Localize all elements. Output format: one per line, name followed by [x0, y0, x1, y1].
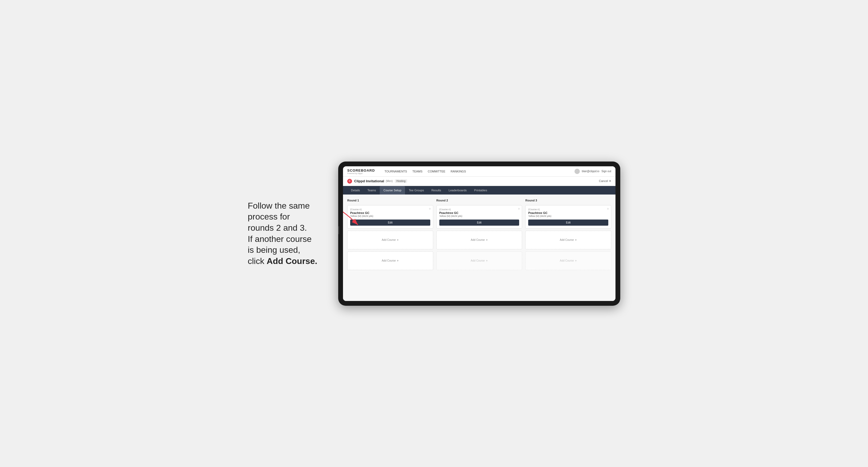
round-1-column: Round 1 (Course A) Peachtree GC Yellow (…	[347, 199, 433, 270]
round-3-plus-icon-2: +	[575, 259, 577, 262]
nav-tournaments[interactable]: TOURNAMENTS	[384, 169, 407, 174]
tab-leaderboards[interactable]: Leaderboards	[445, 186, 470, 194]
instruction-line6-normal: click	[248, 256, 267, 266]
round-2-remove-icon[interactable]: ○	[518, 207, 520, 210]
sign-out-link[interactable]: Sign out	[601, 170, 611, 173]
round-2-title: Round 2	[436, 199, 522, 202]
round-3-add-course-2: Add Course +	[525, 251, 611, 270]
instruction-line3: rounds 2 and 3.	[248, 223, 307, 232]
tablet-side-button	[338, 226, 339, 234]
instruction-line5: is being used,	[248, 245, 300, 255]
brand-name: SCOREBOARD	[347, 168, 375, 173]
round-1-add-course-1[interactable]: Add Course +	[347, 231, 433, 249]
round-1-edit-button[interactable]: Edit	[350, 220, 430, 226]
round-1-plus-icon-2: +	[397, 259, 399, 262]
round-3-add-course-text-1: Add Course	[560, 239, 574, 241]
round-2-edit-button[interactable]: Edit	[439, 220, 519, 226]
round-3-course-label: (Course A)	[528, 208, 608, 211]
sub-header-logo: C	[347, 179, 352, 184]
instruction-text: Follow the same process for rounds 2 and…	[248, 200, 328, 267]
sub-header: C Clippd Invitational (Men) Hosting Canc…	[343, 177, 616, 186]
round-3-add-course-1[interactable]: Add Course +	[525, 231, 611, 249]
cancel-button[interactable]: Cancel ✕	[599, 179, 611, 183]
round-3-course-details: Yellow (M) (6629 yds)	[528, 215, 608, 217]
round-1-plus-icon-1: +	[397, 238, 399, 242]
nav-right: blair@clippd.io Sign out	[575, 169, 611, 174]
tablet-screen: SCOREBOARD Powered by clippd TOURNAMENTS…	[343, 166, 616, 301]
tab-printables[interactable]: Printables	[470, 186, 491, 194]
round-2-column: Round 2 (Course A) Peachtree GC Yellow (…	[436, 199, 522, 270]
round-2-course-label: (Course A)	[439, 208, 519, 211]
instruction-line6-bold: Add Course.	[267, 256, 317, 266]
top-nav: SCOREBOARD Powered by clippd TOURNAMENTS…	[343, 166, 616, 177]
rounds-grid: Round 1 (Course A) Peachtree GC Yellow (…	[347, 199, 611, 270]
round-1-course-details: Yellow (M) (6629 yds)	[350, 215, 430, 217]
round-1-course-label: (Course A)	[350, 208, 430, 211]
round-1-add-course-text-2: Add Course	[381, 259, 396, 262]
round-2-add-course-1[interactable]: Add Course +	[436, 231, 522, 249]
round-2-add-course-2: Add Course +	[436, 251, 522, 270]
round-1-title: Round 1	[347, 199, 433, 202]
round-2-course-card: (Course A) Peachtree GC Yellow (M) (6629…	[436, 205, 522, 228]
round-3-plus-icon-1: +	[575, 238, 577, 242]
tournament-title: Clippd Invitational	[354, 179, 384, 183]
round-2-course-name: Peachtree GC	[439, 211, 519, 215]
tournament-badge: (Men)	[386, 180, 393, 183]
round-3-course-card: (Course A) Peachtree GC Yellow (M) (6629…	[525, 205, 611, 228]
round-1-add-course-text-1: Add Course	[381, 239, 396, 241]
main-content: Round 1 (Course A) Peachtree GC Yellow (…	[343, 194, 616, 301]
round-1-add-course-2[interactable]: Add Course +	[347, 251, 433, 270]
round-3-edit-button[interactable]: Edit	[528, 220, 608, 226]
round-2-plus-icon-1: +	[486, 238, 488, 242]
tab-teams[interactable]: Teams	[364, 186, 380, 194]
instruction-line2: process for	[248, 212, 290, 221]
user-avatar	[575, 169, 580, 174]
round-1-course-name: Peachtree GC	[350, 211, 430, 215]
round-1-remove-icon[interactable]: ○	[429, 207, 431, 210]
instruction-line1: Follow the same	[248, 201, 310, 211]
tab-results[interactable]: Results	[428, 186, 445, 194]
nav-teams[interactable]: TEAMS	[412, 169, 423, 174]
user-email: blair@clippd.io	[582, 170, 599, 173]
hosting-badge: Hosting	[395, 179, 407, 183]
round-3-column: Round 3 (Course A) Peachtree GC Yellow (…	[525, 199, 611, 270]
nav-links: TOURNAMENTS TEAMS COMMITTEE RANKINGS	[384, 169, 568, 174]
tab-bar: Details Teams Course Setup Tee Groups Re…	[343, 186, 616, 194]
tab-tee-groups[interactable]: Tee Groups	[405, 186, 428, 194]
round-1-course-card: (Course A) Peachtree GC Yellow (M) (6629…	[347, 205, 433, 228]
nav-rankings[interactable]: RANKINGS	[451, 169, 466, 174]
tab-course-setup[interactable]: Course Setup	[380, 186, 405, 194]
tablet-frame: SCOREBOARD Powered by clippd TOURNAMENTS…	[338, 161, 620, 306]
round-3-add-course-text-2: Add Course	[560, 259, 574, 262]
page-wrapper: Follow the same process for rounds 2 and…	[248, 161, 620, 306]
brand-tagline: Powered by clippd	[347, 173, 375, 174]
round-2-plus-icon-2: +	[486, 259, 488, 262]
round-3-course-name: Peachtree GC	[528, 211, 608, 215]
round-2-add-course-text-2: Add Course	[471, 259, 485, 262]
nav-committee[interactable]: COMMITTEE	[428, 169, 445, 174]
brand: SCOREBOARD Powered by clippd	[347, 168, 375, 174]
instruction-line4: If another course	[248, 234, 312, 244]
round-3-title: Round 3	[525, 199, 611, 202]
round-3-remove-icon[interactable]: ○	[607, 207, 609, 210]
tab-details[interactable]: Details	[347, 186, 364, 194]
round-2-add-course-text-1: Add Course	[471, 239, 485, 241]
round-2-course-details: Yellow (M) (6629 yds)	[439, 215, 519, 217]
